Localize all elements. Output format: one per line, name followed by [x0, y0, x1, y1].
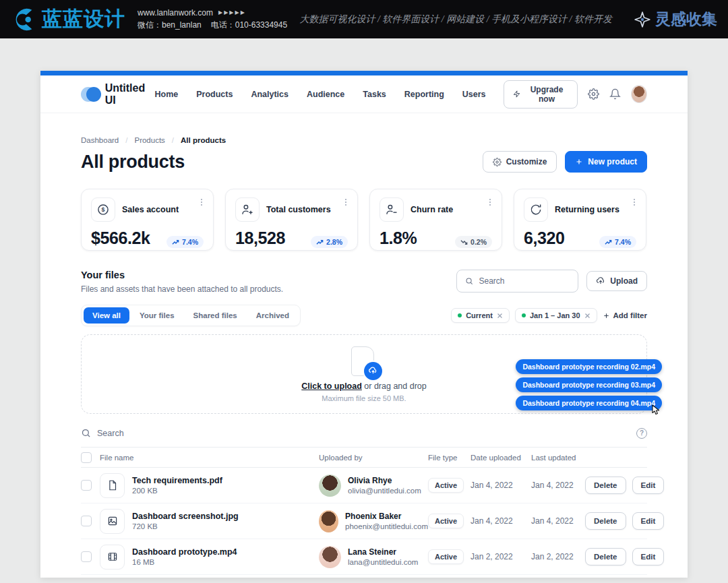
tab-view-all[interactable]: View all — [84, 307, 129, 324]
user-plus-icon — [235, 197, 260, 222]
uploader-email: olivia@untitledui.com — [348, 487, 421, 495]
row-checkbox[interactable] — [81, 480, 92, 491]
banner-collect[interactable]: 灵感收集 — [634, 9, 717, 30]
trend-up-badge: 7.4% — [599, 236, 636, 248]
uploader-name: Olivia Rhye — [348, 476, 421, 485]
upload-button[interactable]: Upload — [586, 271, 647, 291]
table-row: Dashboard screenshot.jpg 720 KB Phoenix … — [81, 503, 647, 539]
app-header: Untitled UI Home Products Analytics Audi… — [40, 75, 688, 113]
upload-dropzone[interactable]: Click to upload or drag and drop Maximum… — [81, 334, 647, 414]
user-avatar[interactable] — [631, 85, 647, 103]
date-uploaded: Jan 4, 2022 — [471, 516, 531, 526]
green-dot-icon — [458, 313, 462, 317]
breadcrumb-dashboard[interactable]: Dashboard — [81, 136, 119, 144]
lightning-icon — [513, 90, 520, 98]
file-name[interactable]: Dashboard screenshot.jpg — [132, 512, 239, 521]
stat-card-returning-users: Returning users 6,320 7.4% — [514, 189, 646, 251]
delete-button[interactable]: Delete — [585, 512, 626, 530]
nav-item-reporting[interactable]: Reporting — [404, 90, 444, 99]
edit-button[interactable]: Edit — [632, 548, 665, 565]
col-last-updated: Last updated — [531, 454, 585, 462]
banner-wechat: 微信：ben_lanlan — [138, 20, 202, 31]
app-logo-text: Untitled UI — [105, 82, 155, 106]
col-date-uploaded: Date uploaded — [471, 454, 531, 462]
edit-button[interactable]: Edit — [632, 512, 665, 530]
col-file-type: File type — [428, 454, 471, 462]
table-row: Tech requirements.pdf 200 KB Olivia Rhye… — [81, 468, 647, 503]
trend-down-badge: 0.2% — [455, 236, 492, 248]
notifications-button[interactable] — [609, 88, 621, 100]
nav-item-tasks[interactable]: Tasks — [363, 90, 386, 99]
tab-your-files[interactable]: Your files — [131, 307, 183, 324]
trend-up-icon — [172, 239, 179, 245]
mouse-cursor-icon — [651, 404, 661, 415]
customize-button[interactable]: Customize — [483, 151, 557, 173]
file-name[interactable]: Tech requirements.pdf — [132, 476, 222, 485]
col-file-name: File name — [100, 454, 319, 462]
tab-shared-files[interactable]: Shared files — [185, 307, 246, 324]
stat-value: 1.8% — [380, 228, 417, 248]
stat-card-total-customers: Total customers 18,528 2.8% — [225, 189, 358, 251]
file-name[interactable]: Dashboard prototype.mp4 — [132, 547, 237, 557]
last-updated: Jan 4, 2022 — [531, 516, 585, 526]
files-search-input[interactable] — [479, 276, 570, 286]
trend-up-badge: 7.4% — [166, 236, 204, 248]
upload-tooltips: Dashboard prototype recording 02.mp4 Das… — [516, 359, 662, 410]
file-doc-icon — [100, 473, 125, 498]
close-icon[interactable] — [584, 313, 590, 319]
click-to-upload-link[interactable]: Click to upload — [301, 381, 362, 391]
date-uploaded: Jan 2, 2022 — [471, 552, 531, 561]
nav-item-users[interactable]: Users — [462, 90, 486, 99]
tooltip-recording-04[interactable]: Dashboard prototype recording 04.mp4 — [516, 396, 662, 410]
stat-menu-button[interactable] — [485, 197, 495, 207]
upload-file-icon — [351, 346, 377, 377]
bell-icon — [609, 88, 621, 100]
file-size: 16 MB — [132, 558, 237, 566]
status-badge: Active — [428, 514, 464, 528]
nav-item-home[interactable]: Home — [154, 90, 178, 99]
table-header: File name Uploaded by File type Date upl… — [81, 448, 647, 468]
row-checkbox[interactable] — [81, 551, 92, 562]
filter-chip-date-range[interactable]: Jan 1 – Jan 30 — [515, 308, 597, 323]
trend-up-badge: 2.8% — [311, 236, 348, 248]
delete-button[interactable]: Delete — [585, 477, 626, 494]
new-product-button[interactable]: New product — [565, 151, 647, 173]
row-checkbox[interactable] — [81, 516, 92, 526]
nav-item-analytics[interactable]: Analytics — [251, 90, 289, 99]
breadcrumb-products[interactable]: Products — [134, 136, 164, 144]
banner-url[interactable]: www.lanlanwork.com — [138, 8, 213, 18]
avatar — [319, 474, 341, 497]
filter-chip-current[interactable]: Current — [451, 308, 510, 323]
tab-archived[interactable]: Archived — [247, 307, 298, 324]
file-image-icon — [100, 509, 125, 534]
close-icon[interactable] — [497, 313, 503, 319]
stat-menu-button[interactable] — [630, 197, 639, 207]
delete-button[interactable]: Delete — [585, 548, 626, 565]
trend-up-icon — [605, 239, 612, 245]
settings-button[interactable] — [588, 88, 599, 100]
app-logo[interactable]: Untitled UI — [81, 82, 154, 106]
tooltip-recording-02[interactable]: Dashboard prototype recording 02.mp4 — [516, 359, 662, 374]
sparkle-icon — [634, 11, 651, 28]
table-row: Dashboard prototype.mp4 16 MB Lana Stein… — [81, 539, 647, 575]
lanlan-logo-icon — [11, 7, 36, 32]
gear-icon — [493, 158, 502, 166]
stat-menu-button[interactable] — [341, 197, 351, 207]
nav-item-products[interactable]: Products — [196, 90, 233, 99]
files-search-field[interactable] — [456, 270, 578, 293]
upload-cloud-badge-icon — [364, 362, 382, 380]
stat-card-churn-rate: Churn rate 1.8% 0.2% — [369, 189, 502, 251]
nav-item-audience[interactable]: Audience — [307, 90, 344, 99]
banner-services: 大数据可视化设计 / 软件界面设计 / 网站建设 / 手机及小程序设计 / 软件… — [299, 13, 612, 26]
add-filter-button[interactable]: Add filter — [603, 311, 647, 319]
edit-button[interactable]: Edit — [632, 477, 665, 494]
upgrade-now-button[interactable]: Upgrade now — [504, 80, 578, 109]
table-search-row[interactable]: Search ? — [81, 419, 647, 448]
stat-menu-button[interactable] — [197, 197, 206, 207]
select-all-checkbox[interactable] — [81, 452, 92, 463]
banner-collect-label: 灵感收集 — [655, 9, 717, 30]
user-minus-icon — [380, 197, 404, 222]
uploader-email: phoenix@untitledui.com — [345, 522, 428, 530]
help-icon[interactable]: ? — [636, 428, 647, 439]
tooltip-recording-03[interactable]: Dashboard prototype recording 03.mp4 — [516, 377, 662, 392]
